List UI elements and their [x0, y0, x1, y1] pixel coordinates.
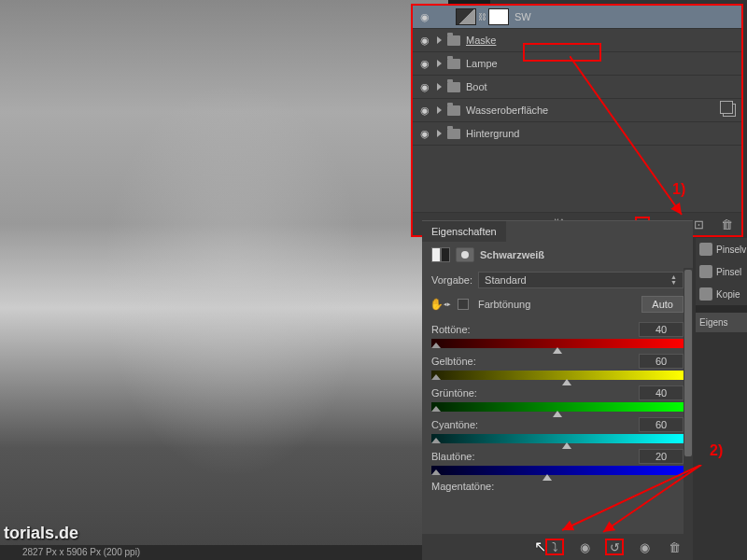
- expand-icon[interactable]: [437, 106, 442, 114]
- slider-blue: Blautöne: 20: [431, 449, 684, 475]
- visibility-toggle[interactable]: ◉: [418, 127, 431, 140]
- divider: [696, 305, 747, 313]
- adjustment-type-label: Schwarzweiß: [480, 249, 544, 260]
- slider-track[interactable]: [431, 371, 684, 380]
- slider-track[interactable]: [431, 466, 684, 475]
- slider-handle[interactable]: [562, 379, 571, 385]
- adjustment-layer-thumb[interactable]: ⛓: [456, 8, 509, 25]
- slider-handle[interactable]: [543, 474, 552, 481]
- slider-label: Grüntöne:: [431, 387, 477, 399]
- view-previous-icon[interactable]: ◉: [575, 539, 594, 555]
- annotation-label-1: 1): [672, 181, 685, 198]
- visibility-toggle[interactable]: ◉: [418, 57, 431, 70]
- toggle-visibility-icon[interactable]: ◉: [635, 539, 654, 555]
- layers-panel: ◉ ⛓ SW ◉ Maske ◉ Lampe ◉ Boot ◉ Wasserob…: [411, 4, 743, 237]
- tint-checkbox[interactable]: [458, 299, 469, 310]
- mouse-cursor: ↖: [534, 538, 546, 555]
- layer-name[interactable]: Wasseroberfläche: [466, 105, 717, 116]
- layer-name[interactable]: Hintergrund: [466, 128, 736, 139]
- document-canvas[interactable]: torials.de: [0, 0, 448, 560]
- properties-footer: ⤵ ◉ ↺ ◉ 🗑: [422, 534, 693, 560]
- layer-name[interactable]: Lampe: [466, 58, 736, 69]
- preset-dropdown[interactable]: Standard ▲▼: [478, 272, 684, 288]
- scrollbar-thumb[interactable]: [684, 270, 692, 456]
- expand-icon[interactable]: [437, 83, 442, 91]
- slider-handle[interactable]: [553, 347, 562, 354]
- properties-panel: Eigenschaften Schwarzweiß Vorgabe: Stand…: [422, 220, 693, 560]
- layer-name[interactable]: Maske: [466, 35, 736, 46]
- slider-value-input[interactable]: 60: [639, 354, 684, 369]
- slider-value-input[interactable]: 40: [639, 385, 684, 400]
- reset-icon[interactable]: ↺: [605, 539, 624, 555]
- right-sidebar: Pinselv Pinsel Kopie Eigens: [696, 238, 747, 332]
- slider-label: Rottöne:: [431, 324, 471, 335]
- clone-source-item[interactable]: Kopie: [696, 283, 747, 305]
- clip-to-layer-icon[interactable]: ⤵: [545, 539, 564, 555]
- slider-green: Grüntöne: 40: [431, 385, 684, 412]
- slider-label: Gelbtöne:: [431, 356, 476, 367]
- sidebar-label: Pinsel: [716, 267, 741, 277]
- bw-adjustment-icon: [456, 8, 476, 25]
- layer-row-sw[interactable]: ◉ ⛓ SW: [413, 6, 741, 29]
- brush-item[interactable]: Pinsel: [696, 260, 747, 283]
- layers-empty-area: [413, 146, 741, 213]
- layer-row-maske[interactable]: ◉ Maske: [413, 29, 741, 52]
- slider-handle[interactable]: [562, 442, 571, 449]
- sidebar-label: Kopie: [716, 289, 740, 300]
- scrollbar[interactable]: [684, 268, 693, 544]
- visibility-toggle[interactable]: ◉: [418, 80, 431, 93]
- layer-name[interactable]: SW: [514, 11, 736, 22]
- properties-header: Schwarzweiß: [422, 242, 693, 268]
- expand-icon[interactable]: [437, 60, 442, 67]
- layer-name[interactable]: Boot: [466, 81, 736, 92]
- stepper-arrows-icon: ▲▼: [670, 274, 677, 286]
- visibility-toggle[interactable]: ◉: [418, 10, 431, 23]
- slider-cyan: Cyantöne: 60: [431, 417, 684, 443]
- preset-label: Vorgabe:: [431, 274, 472, 286]
- folder-icon: [447, 105, 460, 116]
- slider-magenta: Magentatöne:: [431, 481, 684, 492]
- slider-value-input[interactable]: 20: [639, 449, 684, 464]
- folder-icon: [447, 59, 460, 69]
- expand-icon[interactable]: [437, 130, 442, 137]
- layer-row-wasser[interactable]: ◉ Wasseroberfläche: [413, 99, 741, 122]
- visibility-toggle[interactable]: ◉: [418, 104, 431, 117]
- slider-value-input[interactable]: 40: [639, 322, 684, 337]
- watermark-text: torials.de: [4, 524, 78, 543]
- tint-label: Farbtönung: [478, 299, 530, 310]
- status-bar: 2827 Px x 5906 Px (200 ppi): [0, 545, 448, 560]
- slider-yellow: Gelbtöne: 60: [431, 354, 684, 380]
- properties-tab[interactable]: Eigenschaften: [422, 221, 506, 242]
- mask-icon[interactable]: [456, 247, 474, 262]
- scrubby-hand-icon[interactable]: ✋◂▸: [431, 298, 448, 311]
- slider-track[interactable]: [431, 402, 684, 412]
- preset-value: Standard: [485, 274, 527, 286]
- clone-icon: [699, 287, 712, 301]
- annotation-label-2: 2): [710, 442, 723, 459]
- slider-label: Blautöne:: [431, 451, 474, 462]
- folder-icon: [447, 35, 460, 46]
- new-layer-icon[interactable]: ⊡: [691, 217, 706, 231]
- properties-button[interactable]: Eigens: [696, 313, 747, 332]
- slider-handle[interactable]: [553, 411, 562, 417]
- slider-value-input[interactable]: 60: [639, 417, 684, 432]
- slider-track[interactable]: [431, 339, 684, 348]
- folder-icon: [447, 129, 460, 139]
- visibility-toggle[interactable]: ◉: [418, 34, 431, 47]
- slider-label: Magentatöne:: [431, 481, 494, 492]
- brush-preset-item[interactable]: Pinselv: [696, 238, 747, 260]
- copy-icon[interactable]: [723, 104, 736, 117]
- brush-icon: [699, 265, 712, 278]
- delete-layer-icon[interactable]: 🗑: [719, 217, 734, 231]
- expand-icon[interactable]: [437, 36, 442, 44]
- slider-red: Rottöne: 40: [431, 322, 684, 348]
- layer-mask-thumb[interactable]: [488, 8, 509, 25]
- sidebar-label: Eigens: [699, 317, 728, 328]
- brush-icon: [699, 243, 712, 256]
- layer-row-lampe[interactable]: ◉ Lampe: [413, 52, 741, 76]
- layer-row-hintergrund[interactable]: ◉ Hintergrund: [413, 122, 741, 146]
- slider-track[interactable]: [431, 434, 684, 443]
- delete-adjustment-icon[interactable]: 🗑: [665, 539, 684, 555]
- auto-button[interactable]: Auto: [641, 296, 684, 313]
- layer-row-boot[interactable]: ◉ Boot: [413, 76, 741, 99]
